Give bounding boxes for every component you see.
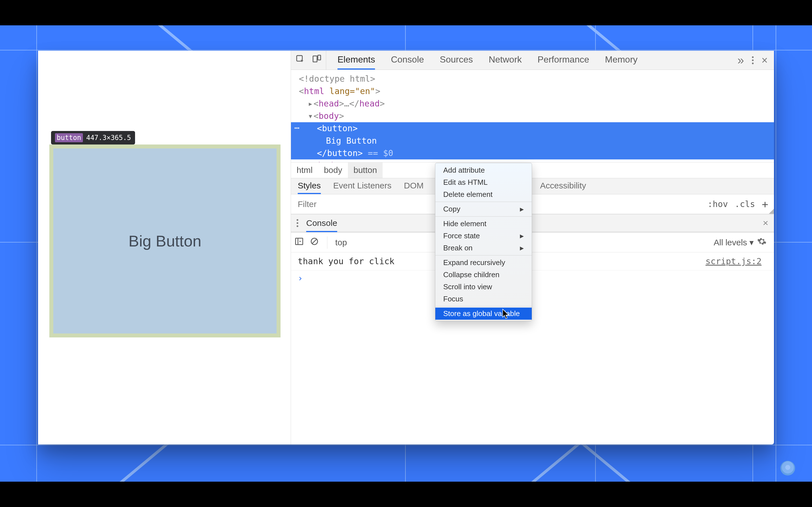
hov-toggle[interactable]: :hov: [708, 199, 728, 209]
cls-toggle[interactable]: .cls: [735, 199, 755, 209]
inspect-tooltip-dims: 447.3×365.5: [86, 134, 131, 142]
console-output[interactable]: thank you for click script.js:2 ›: [291, 252, 774, 286]
console-log-source[interactable]: script.js:2: [705, 256, 767, 266]
svg-line-12: [581, 442, 649, 482]
device-toggle-icon[interactable]: [312, 54, 321, 66]
inspect-tooltip: button 447.3×365.5: [51, 131, 135, 145]
tab-console[interactable]: Console: [391, 51, 424, 69]
devtools-panel: Elements Console Sources Network Perform…: [291, 51, 774, 445]
clear-console-icon[interactable]: [310, 237, 319, 248]
styles-subtabs: Styles Event Listeners DOM rties Accessi…: [291, 178, 774, 194]
chrome-logo-icon: [780, 461, 795, 475]
svg-rect-14: [313, 56, 317, 62]
ctx-force-state[interactable]: Force state: [435, 230, 532, 242]
subtab-accessibility[interactable]: Accessibility: [540, 178, 586, 194]
more-tabs-icon[interactable]: [737, 54, 744, 67]
svg-line-11: [513, 442, 581, 482]
demo-window: button 447.3×365.5 Big Button Ele: [38, 51, 774, 445]
ctx-expand-recursively[interactable]: Expand recursively: [435, 257, 532, 269]
console-prompt[interactable]: ›: [291, 270, 774, 286]
ctx-break-on[interactable]: Break on: [435, 242, 532, 254]
close-drawer-icon[interactable]: ×: [763, 217, 768, 228]
tab-network[interactable]: Network: [489, 51, 522, 69]
crumb-body[interactable]: body: [318, 163, 348, 178]
svg-rect-15: [318, 55, 320, 60]
dom-tree[interactable]: <!doctype html> <html lang="en"> ▸<head>…: [291, 70, 774, 162]
log-level-select[interactable]: All levels ▾: [714, 237, 754, 247]
crumb-button[interactable]: button: [348, 163, 383, 178]
ctx-edit-as-html[interactable]: Edit as HTML: [435, 176, 532, 188]
browser-page: button 447.3×365.5 Big Button: [38, 51, 291, 445]
resize-handle-icon[interactable]: [769, 209, 774, 214]
big-button-label: Big Button: [129, 232, 201, 250]
ctx-scroll-into-view[interactable]: Scroll into view: [435, 281, 532, 293]
slide-canvas: button 447.3×365.5 Big Button Ele: [0, 25, 812, 482]
subtab-dom-breakpoints[interactable]: DOM: [404, 178, 426, 194]
execution-context[interactable]: top: [335, 238, 347, 247]
devtools-tablist: Elements Console Sources Network Perform…: [326, 51, 649, 69]
drawer-menu-icon[interactable]: [297, 219, 298, 227]
ctx-add-attribute[interactable]: Add attribute: [435, 164, 532, 176]
ctx-copy[interactable]: Copy: [435, 203, 532, 215]
new-style-rule-icon[interactable]: +: [762, 199, 768, 210]
console-drawer-header: Console ×: [291, 214, 774, 233]
console-settings-icon[interactable]: [757, 237, 767, 248]
ctx-focus[interactable]: Focus: [435, 293, 532, 305]
dom-doctype: <!doctype html>: [299, 74, 375, 83]
svg-line-10: [101, 442, 169, 482]
dom-selected-node[interactable]: ⋯ <button> Big Button </button> == $0: [291, 122, 774, 159]
svg-line-19: [312, 239, 316, 243]
subtab-event-listeners[interactable]: Event Listeners: [333, 178, 392, 194]
console-sidebar-toggle-icon[interactable]: [294, 237, 304, 248]
kebab-menu-icon[interactable]: [752, 56, 754, 64]
crumb-html[interactable]: html: [291, 163, 318, 178]
context-menu: Add attribute Edit as HTML Delete elemen…: [435, 163, 532, 321]
big-button[interactable]: Big Button: [49, 145, 281, 337]
ctx-hide-element[interactable]: Hide element: [435, 218, 532, 230]
inspect-tooltip-tag: button: [55, 133, 83, 142]
tab-elements[interactable]: Elements: [338, 51, 375, 69]
tab-performance[interactable]: Performance: [538, 51, 589, 69]
console-log-line[interactable]: thank you for click script.js:2: [291, 252, 774, 270]
tab-memory[interactable]: Memory: [605, 51, 638, 69]
svg-rect-16: [296, 238, 303, 245]
tab-sources[interactable]: Sources: [440, 51, 473, 69]
drawer-title[interactable]: Console: [306, 215, 337, 232]
styles-filter-row: :hov .cls +: [291, 194, 774, 214]
subtab-styles[interactable]: Styles: [298, 178, 321, 194]
devtools-tabstrip: Elements Console Sources Network Perform…: [291, 51, 774, 70]
ctx-collapse-children[interactable]: Collapse children: [435, 269, 532, 281]
ctx-store-as-global[interactable]: Store as global variable: [435, 307, 532, 320]
console-log-text: thank you for click: [298, 256, 395, 266]
ctx-delete-element[interactable]: Delete element: [435, 188, 532, 201]
inspect-element-icon[interactable]: [296, 54, 305, 66]
dom-breadcrumb: html body button: [291, 162, 774, 178]
close-devtools-icon[interactable]: ×: [762, 55, 768, 66]
console-toolbar: top All levels ▾: [291, 233, 774, 252]
